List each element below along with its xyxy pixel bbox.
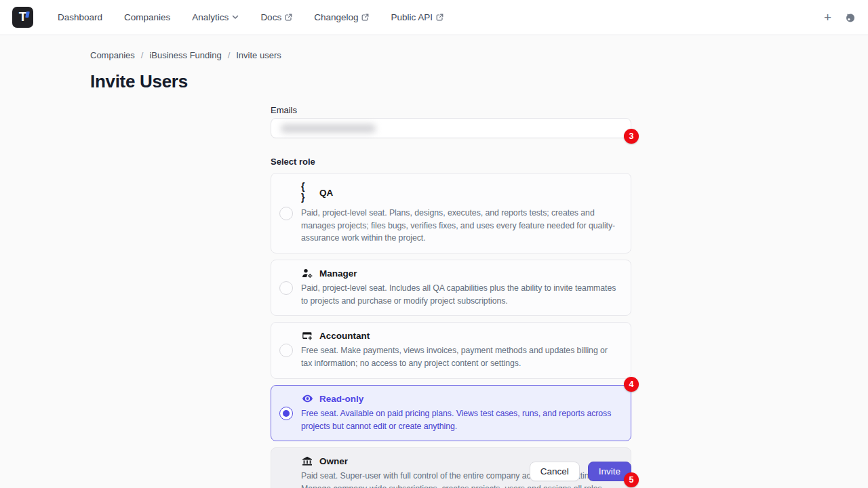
role-option-qa[interactable]: { } QA Paid, project-level seat. Plans, … — [271, 173, 631, 253]
breadcrumb-item-current: Invite users — [236, 50, 281, 60]
radio-unselected[interactable] — [279, 207, 293, 220]
eye-icon — [301, 394, 313, 403]
nav-item-analytics[interactable]: Analytics — [181, 7, 250, 28]
role-name: Manager — [319, 268, 357, 279]
nav-right-actions: + — [824, 11, 856, 24]
nav-item-label: Analytics — [192, 12, 229, 22]
external-link-icon — [361, 14, 369, 21]
avatar-icon[interactable] — [845, 12, 856, 23]
role-option-accountant[interactable]: Accountant Free seat. Make payments, vie… — [271, 322, 631, 378]
card-plus-icon — [301, 331, 313, 341]
logo-accent — [25, 12, 30, 18]
app-logo[interactable]: T — [12, 7, 33, 28]
breadcrumb-separator: / — [228, 50, 231, 60]
nav-item-public-api[interactable]: Public API — [380, 7, 454, 28]
top-navbar: T Dashboard Companies Analytics Docs Cha… — [0, 0, 868, 35]
select-role-label: Select role — [271, 157, 631, 167]
breadcrumb-item-company[interactable]: iBusiness Funding — [149, 50, 221, 60]
role-name: Accountant — [319, 331, 370, 341]
nav-item-label: Dashboard — [58, 12, 102, 22]
radio-unselected[interactable] — [279, 281, 293, 295]
nav-links: Dashboard Companies Analytics Docs Chang… — [47, 7, 454, 28]
role-option-manager[interactable]: Manager Paid, project-level seat. Includ… — [271, 260, 631, 316]
role-description: Paid, project-level seat. Plans, designs… — [301, 207, 618, 245]
radio-dot — [283, 410, 290, 417]
radio-selected[interactable] — [279, 407, 293, 420]
role-name: Read-only — [319, 394, 363, 404]
nav-item-label: Changelog — [314, 12, 358, 22]
cancel-button[interactable]: Cancel — [530, 462, 580, 481]
braces-icon: { } — [301, 181, 313, 203]
nav-item-changelog[interactable]: Changelog — [303, 7, 380, 28]
step-badge-3: 3 — [624, 129, 639, 144]
role-name: QA — [319, 188, 333, 198]
breadcrumb-separator: / — [141, 50, 144, 60]
nav-item-label: Docs — [260, 12, 281, 22]
role-description: Paid, project-level seat. Includes all Q… — [301, 282, 618, 307]
emails-redacted-value — [281, 124, 376, 133]
external-link-icon — [285, 14, 292, 21]
nav-item-label: Public API — [391, 12, 433, 22]
breadcrumb-item-companies[interactable]: Companies — [90, 50, 135, 60]
invite-form: Emails Select role { } QA Paid, project-… — [271, 105, 631, 488]
manage-accounts-icon — [301, 268, 313, 279]
role-head: Read-only — [301, 394, 618, 404]
external-link-icon — [436, 14, 443, 21]
form-actions: Cancel Invite — [271, 462, 631, 481]
step-badge-4: 4 — [624, 377, 639, 392]
nav-item-docs[interactable]: Docs — [250, 7, 303, 28]
breadcrumb: Companies / iBusiness Funding / Invite u… — [90, 50, 281, 60]
role-head: Accountant — [301, 331, 618, 341]
nav-item-dashboard[interactable]: Dashboard — [47, 7, 113, 28]
role-description: Free seat. Available on paid pricing pla… — [301, 407, 618, 432]
nav-item-companies[interactable]: Companies — [113, 7, 181, 28]
invite-users-page: T Dashboard Companies Analytics Docs Cha… — [0, 0, 868, 488]
page-title: Invite Users — [90, 71, 188, 92]
role-option-read-only[interactable]: Read-only Free seat. Available on paid p… — [271, 385, 631, 441]
role-head: { } QA — [301, 182, 618, 203]
step-badge-5: 5 — [624, 472, 639, 487]
emails-label: Emails — [271, 105, 631, 115]
emails-input[interactable] — [271, 118, 631, 138]
radio-unselected[interactable] — [279, 344, 293, 357]
role-description: Free seat. Make payments, views invoices… — [301, 344, 618, 369]
add-button[interactable]: + — [824, 11, 831, 24]
chevron-down-icon — [232, 15, 239, 20]
role-head: Manager — [301, 268, 618, 279]
nav-item-label: Companies — [124, 12, 170, 22]
